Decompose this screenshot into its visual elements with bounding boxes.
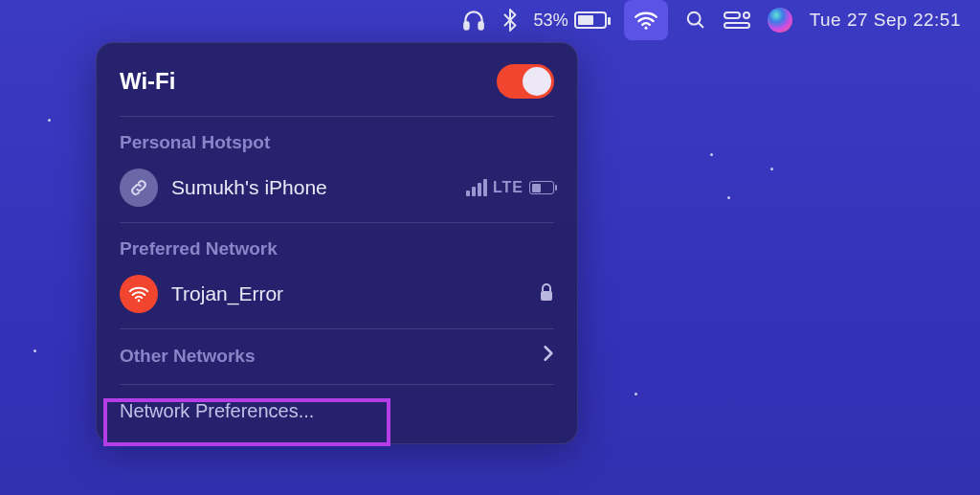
personal-hotspot-section-label: Personal Hotspot xyxy=(97,119,577,161)
hotspot-device-row[interactable]: Sumukh's iPhone LTE xyxy=(97,161,577,220)
svg-rect-5 xyxy=(541,291,552,301)
spotlight-search-icon[interactable] xyxy=(685,0,706,40)
network-preferences-row[interactable]: Network Preferences... xyxy=(97,387,577,438)
control-center-icon[interactable] xyxy=(724,0,750,40)
network-preferences-label: Network Preferences... xyxy=(120,400,314,422)
preferred-network-name: Trojan_Error xyxy=(171,282,283,305)
chevron-right-icon xyxy=(543,345,554,367)
other-networks-row[interactable]: Other Networks xyxy=(97,331,577,382)
divider xyxy=(120,222,554,223)
wifi-panel-title: Wi-Fi xyxy=(120,68,175,95)
divider xyxy=(120,384,554,385)
cellular-type-label: LTE xyxy=(493,179,523,196)
wifi-dropdown-panel: Wi-Fi Personal Hotspot Sumukh's iPhone L… xyxy=(96,42,578,444)
hotspot-signal-status: LTE xyxy=(466,179,554,196)
headphones-icon[interactable] xyxy=(461,0,486,40)
lock-icon xyxy=(539,282,554,305)
hotspot-device-name: Sumukh's iPhone xyxy=(171,176,327,199)
wifi-toggle-knob xyxy=(523,67,551,96)
divider xyxy=(120,328,554,329)
wifi-network-icon xyxy=(120,275,158,313)
wifi-toggle[interactable] xyxy=(497,64,554,99)
svg-point-4 xyxy=(138,300,141,303)
hotspot-link-icon xyxy=(120,169,158,207)
wifi-menubar-icon[interactable] xyxy=(624,0,668,40)
battery-icon xyxy=(574,11,607,29)
preferred-network-section-label: Preferred Network xyxy=(97,225,577,267)
bluetooth-icon[interactable] xyxy=(503,0,517,40)
battery-status[interactable]: 53% xyxy=(534,0,607,40)
cellular-signal-icon xyxy=(466,179,487,196)
svg-rect-0 xyxy=(464,22,468,30)
battery-percent-label: 53% xyxy=(534,11,568,31)
siri-icon[interactable] xyxy=(768,0,792,40)
other-networks-label: Other Networks xyxy=(120,346,255,367)
svg-rect-1 xyxy=(479,22,482,30)
divider xyxy=(120,116,554,117)
menubar: 53% Tue 27 Sep 22:51 xyxy=(0,0,980,40)
menubar-clock[interactable]: Tue 27 Sep 22:51 xyxy=(810,0,961,40)
preferred-network-row[interactable]: Trojan_Error xyxy=(97,267,577,326)
svg-point-2 xyxy=(644,27,647,30)
hotspot-battery-icon xyxy=(529,181,554,194)
